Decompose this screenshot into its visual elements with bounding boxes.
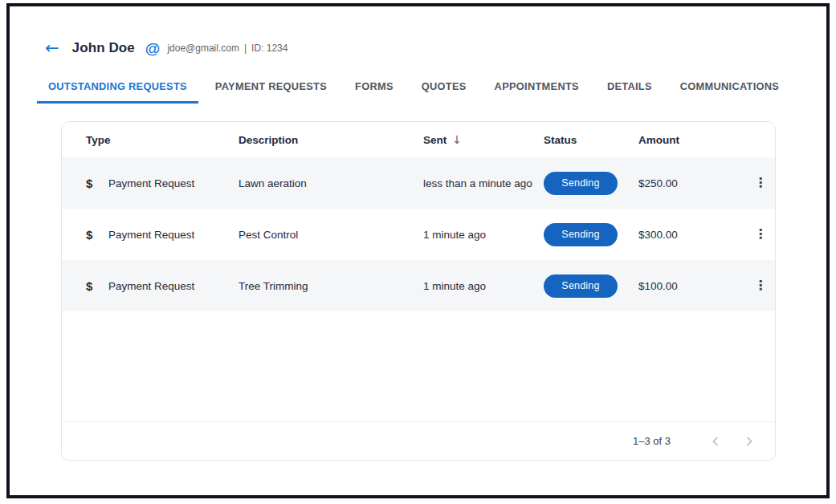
chevron-right-icon [743, 435, 756, 448]
row-actions-button[interactable]: ⋮ [748, 173, 773, 193]
requests-table: Type Description Sent ↓ Status Amount $ … [61, 121, 776, 461]
type-cell: Payment Request [108, 177, 239, 189]
description-cell: Tree Trimming [239, 280, 423, 292]
table-row: $ Payment Request Lawn aeration less tha… [62, 157, 775, 209]
kebab-icon: ⋮ [754, 226, 767, 242]
type-cell: Payment Request [108, 280, 239, 292]
window-frame: ← John Doe @ jdoe@gmail.com | ID: 1234 O… [6, 3, 830, 498]
sort-desc-icon: ↓ [452, 133, 462, 146]
kebab-icon: ⋮ [754, 278, 767, 293]
email-at-icon: @ [145, 41, 161, 56]
description-cell: Lawn aeration [239, 177, 423, 189]
tab-forms[interactable]: FORMS [344, 72, 405, 104]
status-badge: Sending [544, 223, 618, 246]
tab-quotes[interactable]: QUOTES [410, 72, 478, 104]
type-cell: Payment Request [108, 229, 239, 241]
customer-name: John Doe [72, 40, 135, 56]
tab-details[interactable]: DETAILS [596, 72, 663, 104]
pagination-bar: 1–3 of 3 [62, 421, 775, 460]
column-header-sent[interactable]: Sent ↓ [423, 133, 544, 146]
column-header-type: Type [86, 134, 239, 146]
tab-communications[interactable]: COMMUNICATIONS [669, 72, 790, 104]
dollar-icon: $ [86, 228, 108, 242]
column-header-description: Description [239, 134, 423, 146]
dollar-icon: $ [86, 279, 108, 293]
pagination-range-label: 1–3 of 3 [633, 435, 671, 447]
customer-id: ID: 1234 [251, 43, 288, 54]
next-page-button[interactable] [736, 429, 762, 454]
amount-cell: $250.00 [638, 177, 748, 189]
customer-email: jdoe@gmail.com [167, 43, 239, 54]
row-actions-button[interactable]: ⋮ [748, 276, 773, 295]
sent-cell: 1 minute ago [423, 229, 544, 241]
meta-separator: | [244, 43, 247, 54]
dollar-icon: $ [86, 177, 108, 190]
tab-appointments[interactable]: APPOINTMENTS [483, 72, 590, 104]
kebab-icon: ⋮ [754, 175, 767, 190]
back-arrow-icon: ← [45, 39, 59, 58]
sent-cell: less than a minute ago [423, 177, 544, 189]
customer-meta: jdoe@gmail.com | ID: 1234 [167, 43, 288, 54]
description-cell: Pest Control [239, 229, 423, 241]
amount-cell: $100.00 [638, 280, 748, 292]
column-header-status: Status [544, 134, 638, 146]
table-header-row: Type Description Sent ↓ Status Amount [62, 122, 775, 157]
table-row: $ Payment Request Tree Trimming 1 minute… [62, 260, 775, 311]
status-badge: Sending [544, 172, 618, 195]
customer-header: ← John Doe @ jdoe@gmail.com | ID: 1234 [45, 37, 826, 59]
prev-page-button[interactable] [703, 429, 728, 454]
tab-outstanding-requests[interactable]: OUTSTANDING REQUESTS [37, 72, 198, 104]
tab-bar: OUTSTANDING REQUESTS PAYMENT REQUESTS FO… [37, 72, 826, 104]
page-content: ← John Doe @ jdoe@gmail.com | ID: 1234 O… [10, 6, 826, 495]
back-button[interactable]: ← [45, 40, 59, 57]
empty-table-area [62, 311, 775, 421]
chevron-left-icon [709, 435, 722, 448]
row-actions-button[interactable]: ⋮ [748, 225, 773, 244]
amount-cell: $300.00 [638, 229, 748, 241]
sent-cell: 1 minute ago [423, 280, 544, 292]
status-badge: Sending [544, 274, 618, 298]
table-row: $ Payment Request Pest Control 1 minute … [62, 209, 775, 260]
column-header-amount: Amount [638, 134, 748, 146]
tab-payment-requests[interactable]: PAYMENT REQUESTS [204, 72, 338, 104]
